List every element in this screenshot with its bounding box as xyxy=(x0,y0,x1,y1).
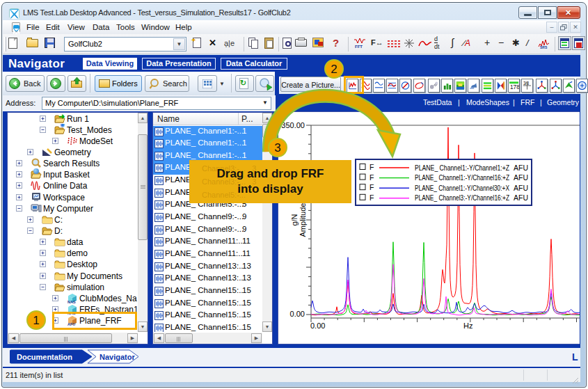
svg-text:SRS: SRS xyxy=(540,45,548,49)
svg-text:0.00: 0.00 xyxy=(290,310,305,318)
svg-text:AFU: AFU xyxy=(514,193,528,202)
svg-text:F: F xyxy=(370,193,374,202)
svg-text:AFU: AFU xyxy=(514,164,528,172)
svg-text:PLANE_ Channel1:-Y/Channel1:+Z: PLANE_ Channel1:-Y/Channel1:+Z xyxy=(415,164,509,172)
svg-text:AFU: AFU xyxy=(514,173,528,182)
svg-text:PLANE_ Channel1:-Y/Channel30:+: PLANE_ Channel1:-Y/Channel30:+X xyxy=(415,184,509,192)
svg-text:Documentation: Documentation xyxy=(17,353,72,361)
svg-text:F: F xyxy=(370,173,374,182)
svg-text:Hz: Hz xyxy=(463,321,472,330)
svg-text:PLANE_ Channel3:-Y/Channel16:+: PLANE_ Channel3:-Y/Channel16:+Z xyxy=(415,193,509,202)
svg-text:Navigator: Navigator xyxy=(100,353,135,361)
svg-text:g/N: g/N xyxy=(290,214,299,225)
svg-text:F: F xyxy=(370,183,374,191)
svg-text:178: 178 xyxy=(510,84,519,90)
svg-text:PLANE_ Channel1:-Y/Channel16:+: PLANE_ Channel1:-Y/Channel16:+Z xyxy=(415,173,509,182)
svg-text:AFU: AFU xyxy=(514,184,528,192)
svg-text:3⁄8: 3⁄8 xyxy=(523,81,530,86)
svg-text:Amplitude: Amplitude xyxy=(299,203,307,237)
svg-text:FFT: FFT xyxy=(355,45,363,49)
svg-text:350.00: 350.00 xyxy=(281,121,305,129)
svg-text:0.00: 0.00 xyxy=(310,321,325,330)
svg-text:F: F xyxy=(370,163,374,171)
